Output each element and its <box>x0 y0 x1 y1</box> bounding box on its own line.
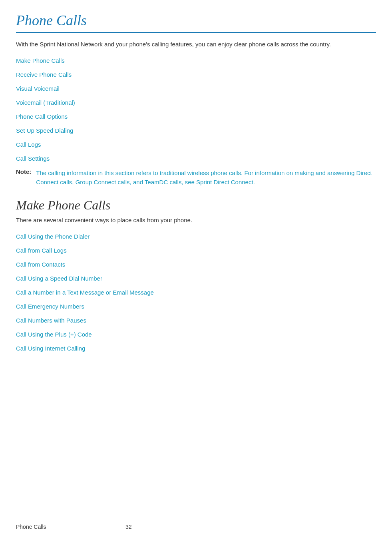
note-text: The calling information in this section … <box>36 168 376 187</box>
section-links: Call Using the Phone DialerCall from Cal… <box>16 232 376 353</box>
section-link-call-using-speed-dial[interactable]: Call Using a Speed Dial Number <box>16 274 376 283</box>
section-link-call-using-phone-dialer[interactable]: Call Using the Phone Dialer <box>16 232 376 241</box>
section-title: Make Phone Calls <box>16 198 376 213</box>
section-link-call-using-plus-code[interactable]: Call Using the Plus (+) Code <box>16 330 376 339</box>
toc-link-call-settings[interactable]: Call Settings <box>16 154 376 163</box>
section-link-call-emergency-numbers[interactable]: Call Emergency Numbers <box>16 302 376 311</box>
toc-nav: Make Phone CallsReceive Phone CallsVisua… <box>16 56 376 163</box>
intro-text: With the Sprint National Network and you… <box>16 40 376 49</box>
toc-link-phone-call-options[interactable]: Phone Call Options <box>16 112 376 121</box>
page-title: Phone Calls <box>16 12 376 29</box>
toc-link-call-logs[interactable]: Call Logs <box>16 140 376 149</box>
section-link-call-using-internet-calling[interactable]: Call Using Internet Calling <box>16 344 376 353</box>
section-intro: There are several convenient ways to pla… <box>16 216 376 225</box>
toc-link-visual-voicemail[interactable]: Visual Voicemail <box>16 84 376 93</box>
note-block: Note: The calling information in this se… <box>16 168 376 187</box>
footer-page-number: 32 <box>46 524 211 530</box>
footer: Phone Calls 32 <box>16 524 376 530</box>
section-link-call-numbers-with-pauses[interactable]: Call Numbers with Pauses <box>16 316 376 325</box>
note-label: Note: <box>16 168 31 187</box>
toc-link-set-up-speed-dialing[interactable]: Set Up Speed Dialing <box>16 126 376 135</box>
toc-link-voicemail-traditional[interactable]: Voicemail (Traditional) <box>16 98 376 107</box>
section-link-call-number-text-email[interactable]: Call a Number in a Text Message or Email… <box>16 288 376 297</box>
section-link-call-from-call-logs[interactable]: Call from Call Logs <box>16 246 376 255</box>
title-divider <box>16 32 376 33</box>
toc-link-make-phone-calls[interactable]: Make Phone Calls <box>16 56 376 65</box>
section-link-call-from-contacts[interactable]: Call from Contacts <box>16 260 376 269</box>
footer-label: Phone Calls <box>16 524 46 530</box>
toc-link-receive-phone-calls[interactable]: Receive Phone Calls <box>16 70 376 79</box>
